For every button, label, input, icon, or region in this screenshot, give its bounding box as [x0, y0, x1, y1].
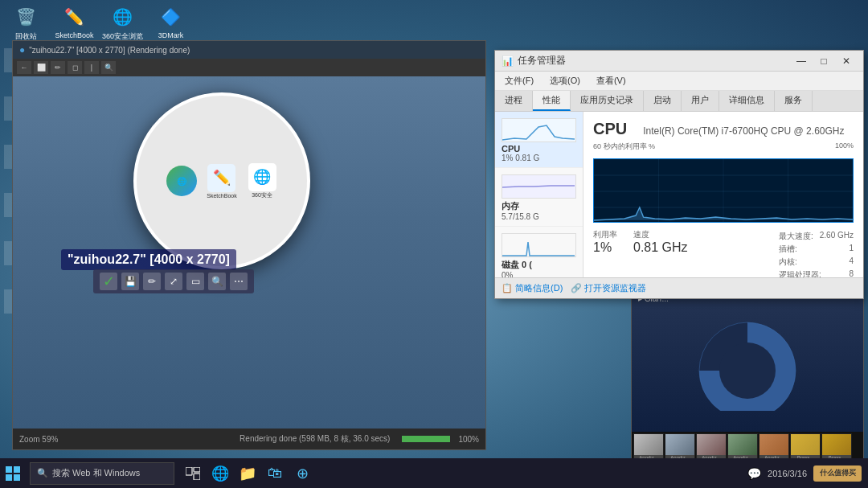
task-view-icon [186, 467, 200, 480]
desktop-icon-sketchbook[interactable]: ✏️ SketchBook [52, 4, 96, 42]
overlay-resize-btn[interactable]: ⤢ [165, 273, 182, 290]
zoom-sketch-group: ✏️ SketchBook [207, 164, 236, 199]
taskbar-file-explorer[interactable]: 📁 [235, 461, 260, 486]
taskbar-right: 💬 2016/3/16 什么值得买 [747, 465, 868, 482]
tm-titlebar: 📊 任务管理器 — □ ✕ [495, 51, 863, 72]
tm-monitor-icon: 🔗 [571, 283, 584, 293]
tm-graph-label: 60 秒内的利用率 % [593, 141, 655, 152]
render-toolbar-btn-6[interactable]: 🔍 [101, 61, 116, 74]
checkmark-icon: ✓ [103, 273, 115, 290]
overlay-search-btn[interactable]: 🔍 [208, 273, 226, 290]
tm-close-btn[interactable]: ✕ [836, 52, 857, 70]
tm-left-panel: CPU 1% 0.81 G 内存 5.7/15.8 G [495, 112, 583, 277]
tm-tab-process[interactable]: 进程 [495, 91, 533, 111]
windows-icon [5, 465, 21, 482]
zoom-icon-sketch: ✏️ SketchBook [206, 165, 238, 197]
mark-chart-svg [683, 306, 812, 411]
tm-tab-history[interactable]: 应用历史记录 [571, 91, 644, 111]
tm-stats-row1: 利用率 1% 速度 0.81 GHz 最大速度: 2.60 GHz 插槽: [593, 229, 854, 277]
tm-menu-file[interactable]: 文件(F) [498, 73, 540, 88]
tm-core-label: 内核: [779, 256, 797, 268]
zoom-panel: 🌐 ✏️ SketchBook 🌐 360安全 [133, 92, 310, 269]
render-done-text: Rendering done (598 MB, 8 核, 36.0 secs) [240, 433, 390, 445]
tm-cpu-header: CPU Intel(R) Core(TM) i7-6700HQ CPU @ 2.… [593, 120, 854, 138]
brass-swatch-2 [822, 434, 851, 455]
zoom-icon-360-2: 🌐 360安全 [246, 165, 278, 197]
tm-monitor-link[interactable]: 打开资源监视器 [584, 283, 646, 293]
zoom-360-label: 360安全 [252, 191, 272, 199]
svg-rect-10 [6, 474, 12, 481]
taskbar: 🔍 搜索 Web 和 Windows 🌐 📁 🛍 ⊕ 💬 2016/3/16 什… [0, 458, 868, 488]
svg-rect-13 [194, 467, 200, 472]
tm-util-stat: 利用率 1% [593, 229, 617, 277]
desktop-icon-3dmark[interactable]: 🔷 3DMark [149, 4, 193, 42]
tm-footer-summary[interactable]: 📋 简略信息(D) [502, 282, 563, 294]
taskbar-store[interactable]: 🛍 [263, 461, 287, 486]
tm-speed-stat: 速度 0.81 GHz [633, 229, 688, 277]
tm-minimize-btn[interactable]: — [791, 52, 812, 70]
tm-summary-link[interactable]: 简略信息(D) [515, 283, 563, 293]
tm-cpu-spec: Intel(R) Core(TM) i7-6700HQ CPU @ 2.60GH… [643, 125, 844, 137]
taskbar-date: 2016/3/16 [768, 469, 807, 478]
360safe-icon: 🌐 [110, 4, 136, 30]
tm-maximize-btn[interactable]: □ [813, 52, 834, 70]
render-toolbar-btn-5[interactable]: | [84, 61, 99, 74]
tm-tab-services[interactable]: 服务 [775, 91, 813, 111]
brass-swatch-1 [791, 434, 820, 455]
tm-core-row: 内核: 4 [779, 256, 854, 268]
desktop-icon-recycle[interactable]: 🗑️ 回收站 [4, 4, 48, 42]
watermark-badge: 什么值得买 [813, 465, 862, 482]
taskbar-task-view[interactable] [181, 461, 205, 486]
overlay-check-btn[interactable]: ✓ [100, 273, 117, 290]
tm-left-cpu[interactable]: CPU 1% 0.81 G [495, 112, 583, 168]
tm-disk0-mini-graph [502, 233, 576, 257]
taskbar-app-icons: 🌐 📁 🛍 ⊕ [181, 461, 314, 486]
tm-tab-details[interactable]: 详细信息 [719, 91, 775, 111]
render-window: ● "zuihou22.7" [4000 x 2770] (Rendering … [12, 40, 486, 450]
render-toolbar-btn-2[interactable]: ⬜ [34, 61, 48, 74]
taskbar-edge[interactable]: 🌐 [208, 461, 232, 486]
tm-left-disk0[interactable]: 磁盘 0 ( 0% [495, 227, 583, 277]
svg-point-7 [719, 342, 776, 399]
recycle-icon: 🗑️ [14, 4, 39, 30]
tm-cpu-label: CPU [502, 144, 576, 154]
zoom-360-group: 🌐 360安全 [248, 163, 276, 199]
tm-footer-monitor[interactable]: 🔗 打开资源监视器 [571, 282, 646, 294]
progress-bar-fill [402, 436, 450, 442]
overlay-rect-btn[interactable]: ▭ [186, 273, 204, 290]
overlay-more-btn[interactable]: ⋯ [230, 273, 248, 290]
overlay-edit-btn[interactable]: ✏ [143, 273, 161, 290]
render-app-icon: ● [19, 44, 25, 55]
tm-mem-value: 5.7/15.8 G [502, 212, 576, 221]
tm-max-speed-label: 最大速度: [779, 231, 813, 242]
tm-menu-view[interactable]: 查看(V) [590, 73, 633, 88]
tm-mem-mini-graph [502, 174, 576, 199]
desktop-icon-360[interactable]: 🌐 360安全浏览 [100, 4, 145, 42]
tm-summary-icon: 📋 [502, 283, 515, 293]
render-content: 🌐 ✏️ SketchBook 🌐 360安全 [13, 76, 485, 429]
tm-tab-performance[interactable]: 性能 [533, 91, 571, 111]
material-brass-1: Brass... [790, 433, 821, 458]
tm-core-value: 4 [849, 256, 854, 268]
tm-left-memory[interactable]: 内存 5.7/15.8 G [495, 168, 583, 227]
taskbar-ie[interactable]: ⊕ [290, 461, 314, 486]
render-toolbar-btn-3[interactable]: ✏ [51, 61, 65, 74]
tm-tab-users[interactable]: 用户 [682, 91, 719, 111]
tm-socket-value: 1 [849, 244, 854, 255]
render-toolbar-btn-4[interactable]: ◻ [68, 61, 82, 74]
taskbar-notification[interactable]: 💬 [747, 467, 761, 480]
tm-tab-startup[interactable]: 启动 [644, 91, 682, 111]
explorer-icon: 📁 [239, 465, 256, 482]
tm-footer: 📋 简略信息(D) 🔗 打开资源监视器 [495, 277, 863, 298]
taskbar-search[interactable]: 🔍 搜索 Web 和 Windows [30, 462, 174, 485]
zoom-360-icon: 🌐 [166, 166, 197, 196]
render-toolbar-btn-1[interactable]: ← [17, 61, 31, 74]
overlay-save-btn[interactable]: 💾 [121, 273, 139, 290]
tm-menu-options[interactable]: 选项(O) [543, 73, 587, 88]
render-title: "zuihou22.7" [4000 x 2770] (Rendering do… [29, 46, 190, 55]
tm-right-panel: CPU Intel(R) Core(TM) i7-6700HQ CPU @ 2.… [583, 112, 863, 277]
start-button[interactable] [0, 461, 26, 486]
zoom-360safe-icon: 🌐 [248, 163, 276, 191]
store-icon: 🛍 [268, 465, 282, 482]
tm-menubar: 文件(F) 选项(O) 查看(V) [495, 72, 863, 91]
